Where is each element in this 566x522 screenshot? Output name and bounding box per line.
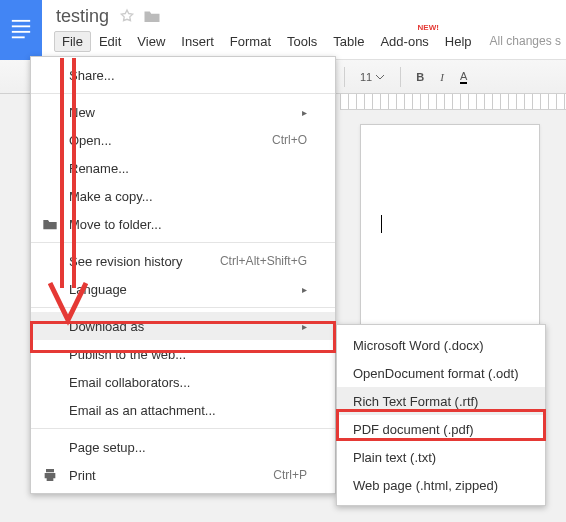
app-header: testing File Edit View Insert Format Too…	[0, 0, 566, 60]
document-icon	[10, 16, 32, 44]
menu-move-folder[interactable]: Move to folder...	[31, 210, 335, 238]
chevron-right-icon: ▸	[302, 284, 307, 295]
download-txt[interactable]: Plain text (.txt)	[337, 443, 545, 471]
menu-format[interactable]: Format	[222, 31, 279, 52]
save-status: All changes s	[490, 34, 561, 48]
menu-table[interactable]: Table	[325, 31, 372, 52]
menu-addons[interactable]: Add-ons NEW!	[372, 31, 436, 52]
shortcut: Ctrl+Alt+Shift+G	[220, 254, 307, 268]
menu-open[interactable]: Open... Ctrl+O	[31, 126, 335, 154]
title-row: testing	[54, 0, 566, 28]
menu-revision-history[interactable]: See revision history Ctrl+Alt+Shift+G	[31, 247, 335, 275]
share-icon	[41, 66, 59, 84]
star-icon[interactable]	[119, 8, 135, 24]
chevron-right-icon: ▸	[302, 107, 307, 118]
fontsize-selector[interactable]: 11	[355, 68, 390, 86]
menu-view[interactable]: View	[129, 31, 173, 52]
print-icon	[41, 466, 59, 484]
menu-email-collaborators[interactable]: Email collaborators...	[31, 368, 335, 396]
menu-download-as[interactable]: Download as ▸	[31, 312, 335, 340]
text-color-label: A	[460, 70, 467, 84]
menu-insert[interactable]: Insert	[173, 31, 222, 52]
fontsize-value: 11	[360, 71, 372, 83]
menu-make-copy[interactable]: Make a copy...	[31, 182, 335, 210]
menu-language[interactable]: Language ▸	[31, 275, 335, 303]
folder-icon[interactable]	[143, 8, 161, 24]
menu-email-attachment[interactable]: Email as an attachment...	[31, 396, 335, 424]
header-main: testing File Edit View Insert Format Too…	[42, 0, 566, 54]
shortcut: Ctrl+O	[272, 133, 307, 147]
menu-print[interactable]: Print Ctrl+P	[31, 461, 335, 489]
download-docx[interactable]: Microsoft Word (.docx)	[337, 331, 545, 359]
document-title[interactable]: testing	[54, 6, 111, 27]
toolbar-separator	[344, 67, 345, 87]
menu-file[interactable]: File	[54, 31, 91, 52]
chevron-right-icon: ▸	[302, 321, 307, 332]
menu-separator	[31, 93, 335, 94]
text-color-button[interactable]: A	[455, 67, 472, 87]
svg-rect-1	[12, 25, 30, 27]
menu-page-setup[interactable]: Page setup...	[31, 433, 335, 461]
toolbar-separator	[400, 67, 401, 87]
shortcut: Ctrl+P	[273, 468, 307, 482]
svg-rect-3	[12, 36, 25, 38]
download-html[interactable]: Web page (.html, zipped)	[337, 471, 545, 499]
folder-icon	[41, 215, 59, 233]
menu-edit[interactable]: Edit	[91, 31, 129, 52]
svg-rect-0	[12, 20, 30, 22]
menu-separator	[31, 242, 335, 243]
addons-label: Add-ons	[380, 34, 428, 49]
menu-rename[interactable]: Rename...	[31, 154, 335, 182]
docs-logo[interactable]	[0, 0, 42, 60]
menu-share[interactable]: Share...	[31, 61, 335, 89]
menubar: File Edit View Insert Format Tools Table…	[54, 28, 566, 54]
italic-button[interactable]: I	[435, 68, 449, 86]
text-cursor	[381, 215, 382, 233]
menu-separator	[31, 428, 335, 429]
menu-tools[interactable]: Tools	[279, 31, 325, 52]
chevron-down-icon	[375, 72, 385, 82]
ruler[interactable]	[340, 94, 566, 110]
new-badge: NEW!	[418, 23, 439, 32]
menu-separator	[31, 307, 335, 308]
file-menu-dropdown: Share... New ▸ Open... Ctrl+O Rename... …	[30, 56, 336, 494]
menu-help[interactable]: Help	[437, 31, 480, 52]
download-as-submenu: Microsoft Word (.docx) OpenDocument form…	[336, 324, 546, 506]
menu-new[interactable]: New ▸	[31, 98, 335, 126]
menu-publish-web[interactable]: Publish to the web...	[31, 340, 335, 368]
svg-rect-2	[12, 31, 30, 33]
download-odt[interactable]: OpenDocument format (.odt)	[337, 359, 545, 387]
download-rtf[interactable]: Rich Text Format (.rtf)	[337, 387, 545, 415]
download-pdf[interactable]: PDF document (.pdf)	[337, 415, 545, 443]
bold-button[interactable]: B	[411, 68, 429, 86]
